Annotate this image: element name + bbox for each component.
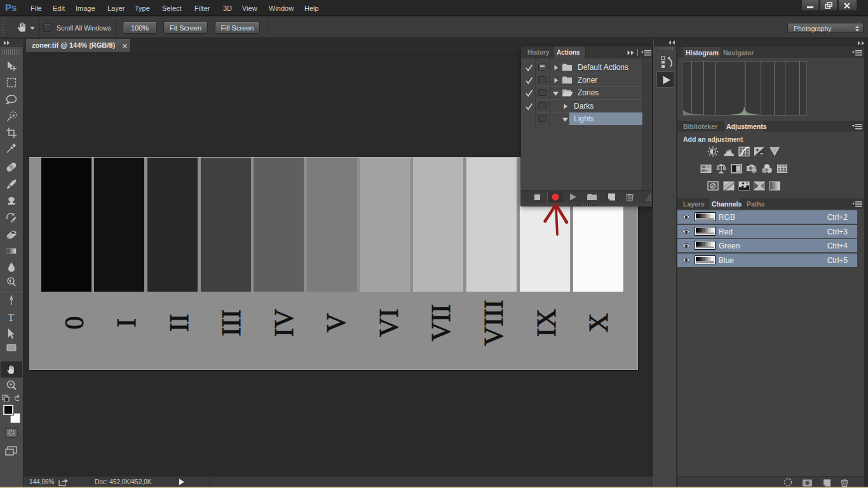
svg-text:T: T <box>8 311 15 323</box>
